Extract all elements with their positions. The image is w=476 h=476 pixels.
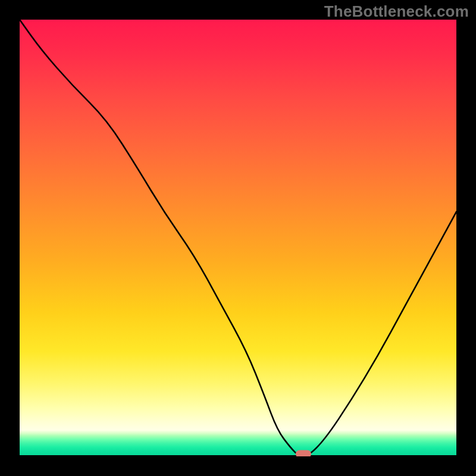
optimum-marker (296, 450, 311, 456)
watermark-text: TheBottleneck.com (324, 2, 469, 21)
chart-stage: TheBottleneck.com (0, 0, 476, 476)
curve-svg (20, 20, 456, 456)
bottleneck-curve-path (20, 20, 456, 456)
plot-area (20, 20, 456, 456)
